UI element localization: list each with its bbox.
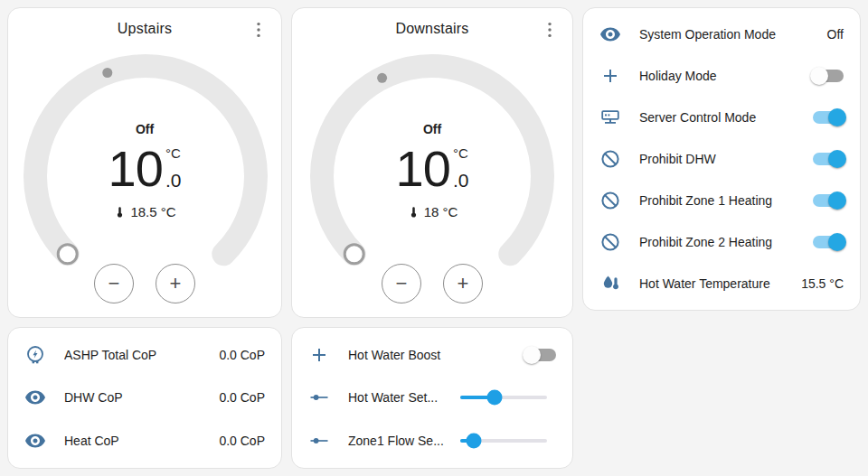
entity-label: Prohibit DHW	[639, 152, 813, 166]
holiday-mode-toggle[interactable]	[813, 70, 844, 82]
more-options-button[interactable]	[538, 18, 561, 42]
kebab-menu-icon	[248, 19, 269, 41]
entity-label: Hot Water Set...	[348, 390, 460, 405]
system-control-card: System Operation Mode Off Holiday Mode S…	[582, 7, 861, 311]
toggle-knob	[828, 150, 846, 168]
prohibit-icon	[599, 148, 621, 170]
card-title: Upstairs	[118, 21, 172, 37]
entity-label: Server Control Mode	[639, 110, 813, 125]
entity-value: 15.5 °C	[801, 276, 844, 291]
water-thermometer-icon	[599, 273, 621, 294]
decrease-temperature-button[interactable]: −	[94, 264, 134, 303]
entity-value: 0.0 CoP	[219, 348, 265, 362]
entity-value: 0.0 CoP	[219, 434, 265, 448]
server-icon	[599, 107, 621, 128]
hot-water-boost-card: Hot Water Boost Hot Water Set... Zone1 F…	[291, 327, 573, 469]
prohibit-zone2-toggle[interactable]	[813, 236, 844, 248]
prohibit-zone1-toggle[interactable]	[813, 194, 844, 207]
plus-icon	[308, 344, 330, 366]
entity-row-holiday-mode: Holiday Mode	[599, 65, 844, 87]
toggle-knob	[828, 191, 846, 210]
hot-water-boost-toggle[interactable]	[525, 349, 556, 361]
plus-icon	[599, 65, 621, 87]
entity-row-zone1-flow-set: Zone1 Flow Se...	[308, 430, 556, 452]
hot-water-set-slider[interactable]	[460, 396, 547, 399]
dial-handle[interactable]	[344, 245, 363, 264]
entity-label: Heat CoP	[64, 434, 219, 448]
temperature-buttons: − +	[382, 264, 483, 303]
card-title: Downstairs	[395, 21, 468, 37]
entity-label: Prohibit Zone 1 Heating	[639, 193, 813, 208]
temperature-buttons: − +	[94, 264, 195, 303]
slider-icon	[308, 430, 330, 452]
more-options-button[interactable]	[247, 18, 270, 42]
increase-temperature-button[interactable]: +	[156, 264, 195, 303]
entity-row-system-operation-mode: System Operation Mode Off	[599, 23, 844, 45]
entity-row-hot-water-boost: Hot Water Boost	[308, 344, 556, 366]
entity-label: Holiday Mode	[639, 69, 813, 83]
dial-handle[interactable]	[58, 245, 77, 264]
dial-track	[322, 66, 542, 254]
toggle-knob	[828, 233, 846, 251]
entity-label: System Operation Mode	[639, 27, 827, 42]
entity-row-ashp-total-cop: ASHP Total CoP 0.0 CoP	[24, 344, 265, 366]
entity-value: 0.0 CoP	[219, 390, 265, 405]
toggle-knob	[828, 108, 846, 126]
entity-label: ASHP Total CoP	[64, 348, 219, 362]
entity-label: Hot Water Temperature	[639, 276, 801, 291]
toggle-knob	[523, 346, 541, 364]
entity-label: Zone1 Flow Se...	[348, 434, 460, 448]
slider-thumb[interactable]	[467, 434, 482, 449]
entity-label: Hot Water Boost	[348, 348, 525, 362]
prohibit-icon	[599, 231, 621, 253]
eye-icon	[24, 387, 46, 408]
prohibit-icon	[599, 190, 621, 211]
entity-row-hot-water-temperature: Hot Water Temperature 15.5 °C	[599, 273, 844, 294]
entity-row-prohibit-zone2: Prohibit Zone 2 Heating	[599, 231, 844, 253]
kebab-menu-icon	[539, 19, 561, 41]
thermostat-dial: Off 10 °C .0 18 °C − +	[292, 50, 572, 315]
eye-icon	[24, 430, 46, 452]
entity-row-heat-cop: Heat CoP 0.0 CoP	[24, 430, 265, 452]
card-header: Downstairs	[292, 8, 572, 50]
increase-temperature-button[interactable]: +	[443, 264, 483, 303]
eye-icon	[599, 23, 621, 45]
toggle-knob	[810, 67, 828, 85]
slider-thumb[interactable]	[487, 390, 503, 406]
dial-current-dot	[102, 68, 112, 78]
entity-row-prohibit-dhw: Prohibit DHW	[599, 148, 844, 170]
entity-row-prohibit-zone1: Prohibit Zone 1 Heating	[599, 190, 844, 211]
card-header: Upstairs	[8, 8, 281, 50]
entity-value: Off	[827, 27, 844, 42]
dashboard: Upstairs Off 10 °C .0	[0, 0, 868, 476]
dial-track	[35, 66, 256, 254]
server-control-toggle[interactable]	[813, 111, 844, 124]
thermostat-card-upstairs: Upstairs Off 10 °C .0	[7, 7, 282, 318]
cop-card: ASHP Total CoP 0.0 CoP DHW CoP 0.0 CoP H…	[7, 327, 282, 469]
prohibit-dhw-toggle[interactable]	[813, 153, 844, 165]
entity-label: DHW CoP	[64, 390, 219, 405]
entity-row-server-control-mode: Server Control Mode	[599, 107, 844, 128]
slider-icon	[308, 387, 330, 408]
thermostat-card-downstairs: Downstairs Off 10 °C .0	[291, 7, 573, 318]
entity-row-dhw-cop: DHW CoP 0.0 CoP	[24, 387, 265, 408]
entity-label: Prohibit Zone 2 Heating	[639, 235, 813, 249]
zone1-flow-set-slider[interactable]	[460, 439, 547, 443]
thermostat-dial: Off 10 °C .0 18.5 °C − +	[8, 50, 281, 315]
dial-current-dot	[377, 73, 387, 83]
meter-electric-icon	[24, 344, 46, 366]
entity-row-hot-water-set: Hot Water Set...	[308, 387, 556, 408]
decrease-temperature-button[interactable]: −	[382, 264, 421, 303]
